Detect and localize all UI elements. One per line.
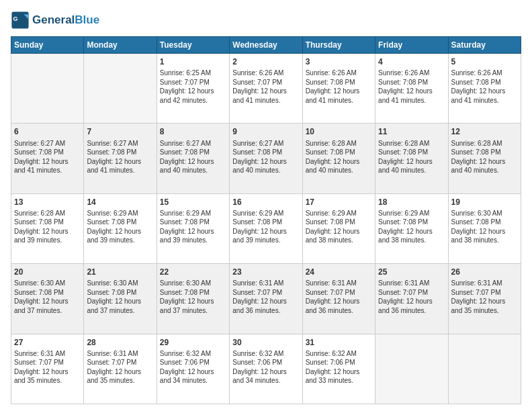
day-number: 30 — [232, 337, 299, 348]
day-info: Sunrise: 6:31 AMSunset: 7:07 PMDaylight:… — [232, 279, 287, 314]
calendar-cell: 10Sunrise: 6:28 AMSunset: 7:08 PMDayligh… — [302, 124, 375, 193]
day-info: Sunrise: 6:30 AMSunset: 7:08 PMDaylight:… — [451, 210, 506, 244]
calendar-cell: 25Sunrise: 6:31 AMSunset: 7:07 PMDayligh… — [375, 264, 448, 334]
day-info: Sunrise: 6:31 AMSunset: 7:07 PMDaylight:… — [306, 279, 360, 314]
day-number: 4 — [378, 56, 445, 67]
calendar-cell: 5Sunrise: 6:26 AMSunset: 7:08 PMDaylight… — [448, 54, 521, 124]
day-info: Sunrise: 6:32 AMSunset: 7:06 PMDaylight:… — [232, 350, 287, 385]
day-number: 11 — [378, 126, 445, 137]
calendar-cell: 18Sunrise: 6:29 AMSunset: 7:08 PMDayligh… — [375, 193, 448, 263]
day-number: 24 — [306, 267, 372, 277]
day-info: Sunrise: 6:30 AMSunset: 7:08 PMDaylight:… — [14, 279, 69, 314]
calendar-cell: 3Sunrise: 6:26 AMSunset: 7:08 PMDaylight… — [302, 54, 375, 124]
day-number: 22 — [160, 267, 226, 277]
day-info: Sunrise: 6:29 AMSunset: 7:08 PMDaylight:… — [232, 210, 287, 244]
calendar-cell: 8Sunrise: 6:27 AMSunset: 7:08 PMDaylight… — [157, 124, 229, 193]
day-info: Sunrise: 6:29 AMSunset: 7:08 PMDaylight:… — [160, 210, 214, 244]
calendar-cell: 29Sunrise: 6:32 AMSunset: 7:06 PMDayligh… — [157, 334, 229, 404]
day-info: Sunrise: 6:25 AMSunset: 7:07 PMDaylight:… — [160, 69, 214, 104]
calendar-cell: 28Sunrise: 6:31 AMSunset: 7:07 PMDayligh… — [84, 334, 157, 404]
page: G GeneralBlue SundayMondayTuesdayWednesd… — [0, 0, 532, 411]
weekday-header: Thursday — [302, 37, 375, 54]
calendar-cell: 17Sunrise: 6:29 AMSunset: 7:08 PMDayligh… — [302, 193, 375, 263]
day-info: Sunrise: 6:31 AMSunset: 7:07 PMDaylight:… — [87, 350, 141, 385]
calendar-cell: 6Sunrise: 6:27 AMSunset: 7:08 PMDaylight… — [11, 124, 84, 193]
calendar-week-row: 13Sunrise: 6:28 AMSunset: 7:08 PMDayligh… — [11, 193, 521, 263]
calendar-cell: 23Sunrise: 6:31 AMSunset: 7:07 PMDayligh… — [230, 264, 302, 334]
day-number: 21 — [87, 267, 153, 277]
calendar-cell: 19Sunrise: 6:30 AMSunset: 7:08 PMDayligh… — [448, 193, 521, 263]
calendar-cell: 9Sunrise: 6:27 AMSunset: 7:08 PMDaylight… — [230, 124, 302, 193]
day-number: 9 — [232, 126, 299, 137]
calendar-cell: 13Sunrise: 6:28 AMSunset: 7:08 PMDayligh… — [11, 193, 84, 263]
day-number: 27 — [14, 337, 81, 348]
day-info: Sunrise: 6:28 AMSunset: 7:08 PMDaylight:… — [378, 140, 433, 175]
day-number: 6 — [14, 126, 81, 137]
day-info: Sunrise: 6:31 AMSunset: 7:07 PMDaylight:… — [378, 279, 433, 314]
day-info: Sunrise: 6:28 AMSunset: 7:08 PMDaylight:… — [306, 140, 360, 175]
day-info: Sunrise: 6:31 AMSunset: 7:07 PMDaylight:… — [451, 279, 506, 314]
day-number: 3 — [306, 56, 372, 67]
day-info: Sunrise: 6:32 AMSunset: 7:06 PMDaylight:… — [306, 350, 360, 385]
weekday-header: Friday — [375, 37, 448, 54]
day-info: Sunrise: 6:26 AMSunset: 7:07 PMDaylight:… — [232, 69, 287, 104]
calendar-cell: 4Sunrise: 6:26 AMSunset: 7:08 PMDaylight… — [375, 54, 448, 124]
calendar-cell: 2Sunrise: 6:26 AMSunset: 7:07 PMDaylight… — [230, 54, 302, 124]
day-number: 10 — [306, 126, 372, 137]
logo: G GeneralBlue — [11, 11, 99, 30]
weekday-header: Wednesday — [230, 37, 302, 54]
day-number: 19 — [451, 197, 518, 208]
day-number: 26 — [451, 267, 518, 277]
calendar-week-row: 1Sunrise: 6:25 AMSunset: 7:07 PMDaylight… — [11, 54, 521, 124]
day-number: 23 — [232, 267, 299, 277]
day-info: Sunrise: 6:27 AMSunset: 7:08 PMDaylight:… — [232, 140, 287, 175]
day-number: 8 — [160, 126, 226, 137]
day-info: Sunrise: 6:27 AMSunset: 7:08 PMDaylight:… — [87, 140, 141, 175]
day-info: Sunrise: 6:27 AMSunset: 7:08 PMDaylight:… — [160, 140, 214, 175]
day-info: Sunrise: 6:29 AMSunset: 7:08 PMDaylight:… — [87, 210, 141, 244]
day-number: 20 — [14, 267, 81, 277]
day-number: 2 — [232, 56, 299, 67]
day-info: Sunrise: 6:31 AMSunset: 7:07 PMDaylight:… — [14, 350, 69, 385]
calendar-cell: 11Sunrise: 6:28 AMSunset: 7:08 PMDayligh… — [375, 124, 448, 193]
calendar-cell — [375, 334, 448, 404]
calendar-cell: 12Sunrise: 6:28 AMSunset: 7:08 PMDayligh… — [448, 124, 521, 193]
day-info: Sunrise: 6:30 AMSunset: 7:08 PMDaylight:… — [160, 279, 214, 314]
svg-text:G: G — [13, 15, 18, 22]
day-number: 1 — [160, 56, 226, 67]
header: G GeneralBlue — [11, 11, 521, 30]
weekday-header: Monday — [84, 37, 157, 54]
calendar-cell: 20Sunrise: 6:30 AMSunset: 7:08 PMDayligh… — [11, 264, 84, 334]
calendar-week-row: 6Sunrise: 6:27 AMSunset: 7:08 PMDaylight… — [11, 124, 521, 193]
calendar-cell: 16Sunrise: 6:29 AMSunset: 7:08 PMDayligh… — [230, 193, 302, 263]
calendar-cell: 30Sunrise: 6:32 AMSunset: 7:06 PMDayligh… — [230, 334, 302, 404]
logo-icon: G — [11, 11, 30, 30]
day-number: 16 — [232, 197, 299, 208]
day-info: Sunrise: 6:29 AMSunset: 7:08 PMDaylight:… — [306, 210, 360, 244]
calendar-cell: 7Sunrise: 6:27 AMSunset: 7:08 PMDaylight… — [84, 124, 157, 193]
day-info: Sunrise: 6:26 AMSunset: 7:08 PMDaylight:… — [378, 69, 433, 104]
calendar-cell: 31Sunrise: 6:32 AMSunset: 7:06 PMDayligh… — [302, 334, 375, 404]
day-number: 15 — [160, 197, 226, 208]
day-info: Sunrise: 6:27 AMSunset: 7:08 PMDaylight:… — [14, 140, 69, 175]
day-info: Sunrise: 6:28 AMSunset: 7:08 PMDaylight:… — [451, 140, 506, 175]
calendar-week-row: 20Sunrise: 6:30 AMSunset: 7:08 PMDayligh… — [11, 264, 521, 334]
day-number: 14 — [87, 197, 153, 208]
day-number: 31 — [306, 337, 372, 348]
day-number: 29 — [160, 337, 226, 348]
calendar-table: SundayMondayTuesdayWednesdayThursdayFrid… — [11, 36, 521, 404]
day-info: Sunrise: 6:32 AMSunset: 7:06 PMDaylight:… — [160, 350, 214, 385]
calendar-cell: 14Sunrise: 6:29 AMSunset: 7:08 PMDayligh… — [84, 193, 157, 263]
day-info: Sunrise: 6:30 AMSunset: 7:08 PMDaylight:… — [87, 279, 141, 314]
calendar-cell: 22Sunrise: 6:30 AMSunset: 7:08 PMDayligh… — [157, 264, 229, 334]
day-number: 13 — [14, 197, 81, 208]
day-info: Sunrise: 6:26 AMSunset: 7:08 PMDaylight:… — [306, 69, 360, 104]
calendar-week-row: 27Sunrise: 6:31 AMSunset: 7:07 PMDayligh… — [11, 334, 521, 404]
calendar-cell — [448, 334, 521, 404]
day-number: 12 — [451, 126, 518, 137]
calendar-cell: 15Sunrise: 6:29 AMSunset: 7:08 PMDayligh… — [157, 193, 229, 263]
day-number: 28 — [87, 337, 153, 348]
calendar-cell — [11, 54, 84, 124]
day-number: 5 — [451, 56, 518, 67]
day-number: 17 — [306, 197, 372, 208]
